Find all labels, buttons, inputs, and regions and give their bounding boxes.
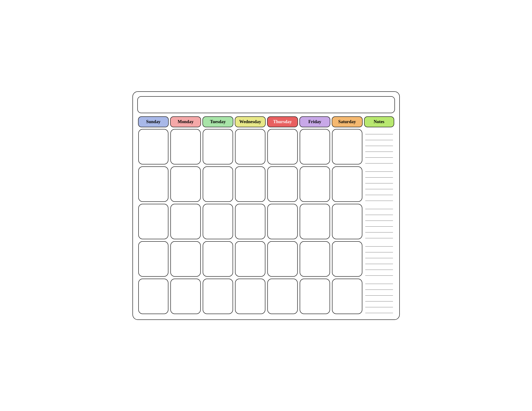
cell-row3-mon[interactable] xyxy=(170,204,201,239)
cell-row4-sat[interactable] xyxy=(332,241,362,277)
cell-row5-wed[interactable] xyxy=(235,279,266,314)
calendar-container: Sunday Monday Tuesday Wednesday Thursday… xyxy=(133,91,400,320)
cell-row2-tue[interactable] xyxy=(203,166,233,202)
header-monday: Monday xyxy=(170,116,201,127)
cell-row4-fri[interactable] xyxy=(300,241,330,277)
cell-row1-fri[interactable] xyxy=(300,129,330,164)
cell-row2-fri[interactable] xyxy=(300,166,330,202)
notes-lines-r3[interactable] xyxy=(363,203,395,240)
title-bar[interactable] xyxy=(137,96,395,113)
cell-row1-thu[interactable] xyxy=(267,129,298,164)
header-notes: Notes xyxy=(364,116,394,127)
cell-row2-sun[interactable] xyxy=(138,166,169,202)
cell-row2-wed[interactable] xyxy=(235,166,266,202)
cell-row5-fri[interactable] xyxy=(300,279,330,314)
cell-row1-sun[interactable] xyxy=(138,129,169,164)
cell-row2-thu[interactable] xyxy=(267,166,298,202)
cell-row4-wed[interactable] xyxy=(235,241,266,277)
cell-row3-sun[interactable] xyxy=(138,204,169,239)
header-tuesday: Tuesday xyxy=(202,116,233,127)
cell-row5-mon[interactable] xyxy=(170,279,201,314)
cell-row5-sun[interactable] xyxy=(138,279,169,314)
notes-lines-r5[interactable] xyxy=(363,278,395,315)
cell-row2-sat[interactable] xyxy=(332,166,362,202)
cell-row5-thu[interactable] xyxy=(267,279,298,314)
cell-row4-tue[interactable] xyxy=(203,241,233,277)
cell-row3-thu[interactable] xyxy=(267,204,298,239)
cell-row1-sat[interactable] xyxy=(332,129,362,164)
cell-row3-tue[interactable] xyxy=(203,204,233,239)
cell-row3-wed[interactable] xyxy=(235,204,266,239)
cell-row5-tue[interactable] xyxy=(203,279,233,314)
calendar-grid: Sunday Monday Tuesday Wednesday Thursday… xyxy=(137,116,395,315)
cell-row3-fri[interactable] xyxy=(300,204,330,239)
header-wednesday: Wednesday xyxy=(235,116,266,127)
header-thursday: Thursday xyxy=(267,116,298,127)
cell-row1-mon[interactable] xyxy=(170,129,201,164)
cell-row2-mon[interactable] xyxy=(170,166,201,202)
cell-row1-tue[interactable] xyxy=(203,129,233,164)
cell-row5-sat[interactable] xyxy=(332,279,362,314)
notes-lines-r1[interactable] xyxy=(363,128,395,165)
cell-row3-sat[interactable] xyxy=(332,204,362,239)
cell-row4-sun[interactable] xyxy=(138,241,169,277)
cell-row4-mon[interactable] xyxy=(170,241,201,277)
notes-lines-r4[interactable] xyxy=(363,240,395,278)
cell-row1-wed[interactable] xyxy=(235,129,266,164)
cell-row4-thu[interactable] xyxy=(267,241,298,277)
header-saturday: Saturday xyxy=(332,116,363,127)
header-friday: Friday xyxy=(299,116,330,127)
header-sunday: Sunday xyxy=(138,116,169,127)
notes-lines-r2[interactable] xyxy=(363,165,395,203)
